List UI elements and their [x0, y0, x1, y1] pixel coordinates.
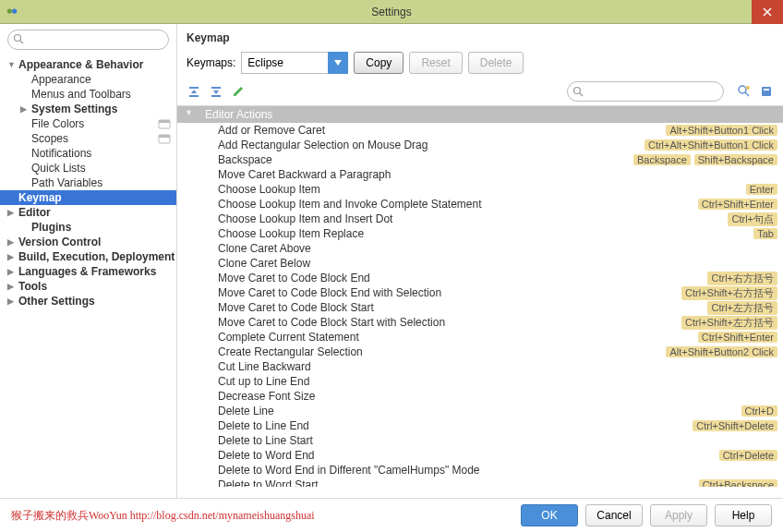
action-list[interactable]: Add or Remove CaretAlt+Shift+Button1 Cli… [177, 123, 783, 487]
sidebar-item-system-settings[interactable]: ▶System Settings [0, 102, 176, 116]
action-row[interactable]: Decrease Font Size [177, 389, 783, 404]
action-name: Choose Lookup Item [218, 183, 746, 196]
svg-rect-7 [159, 135, 170, 138]
chevron-down-icon [334, 60, 342, 66]
sidebar-item-editor[interactable]: ▶Editor [0, 205, 176, 220]
action-row[interactable]: Move Caret to Code Block StartCtrl+左方括号 [177, 300, 783, 315]
action-row[interactable]: Clone Caret Below [177, 256, 783, 271]
shortcut-badge: Backspace [633, 154, 691, 165]
action-row[interactable]: Delete to Word EndCtrl+Delete [177, 448, 783, 463]
action-row[interactable]: Choose Lookup Item and Invoke Complete S… [177, 197, 783, 212]
action-row[interactable]: Delete to Line EndCtrl+Shift+Delete [177, 418, 783, 433]
shortcut-badge: Ctrl+Shift+右方括号 [681, 286, 777, 300]
find-by-shortcut-button[interactable] [737, 84, 752, 99]
titlebar: Settings [0, 0, 783, 24]
sidebar-item-path-variables[interactable]: Path Variables [0, 175, 176, 190]
action-row[interactable]: Clone Caret Above [177, 241, 783, 256]
action-name: Move Caret to Code Block End [218, 272, 707, 284]
keymap-select[interactable] [241, 52, 348, 74]
tree-arrow-icon: ▶ [20, 104, 30, 114]
svg-line-15 [745, 92, 749, 96]
sidebar-search-input[interactable] [7, 30, 169, 50]
action-row[interactable]: Complete Current StatementCtrl+Shift+Ent… [177, 330, 783, 345]
action-row[interactable]: Choose Lookup Item ReplaceTab [177, 226, 783, 241]
keymaps-label: Keymaps: [187, 56, 235, 69]
action-row[interactable]: Cut up to Line End [177, 374, 783, 389]
cancel-button[interactable]: Cancel [585, 504, 643, 526]
sidebar-item-appearance[interactable]: Appearance [0, 72, 176, 87]
sidebar-item-scopes[interactable]: Scopes [0, 131, 176, 146]
sidebar-item-notifications[interactable]: Notifications [0, 146, 176, 161]
sidebar-item-quick-lists[interactable]: Quick Lists [0, 161, 176, 175]
close-button[interactable] [752, 0, 783, 24]
action-row[interactable]: Move Caret to Code Block EndCtrl+右方括号 [177, 271, 783, 285]
delete-button[interactable]: Delete [468, 52, 524, 74]
sidebar-item-file-colors[interactable]: File Colors [0, 116, 176, 131]
panel-title: Keymap [177, 24, 783, 50]
action-row[interactable]: Delete to Word End in Different "CamelHu… [177, 463, 783, 478]
dropdown-button[interactable] [328, 52, 348, 74]
action-row[interactable]: Move Caret Backward a Paragraph [177, 167, 783, 182]
sidebar-item-keymap[interactable]: Keymap [0, 190, 176, 205]
action-row[interactable]: Delete to Word StartCtrl+Backspace [177, 478, 783, 487]
shortcut-badge: Alt+Shift+Button1 Click [666, 125, 777, 136]
shortcut-badge: Alt+Shift+Button2 Click [666, 346, 777, 357]
action-row[interactable]: Delete to Line Start [177, 433, 783, 448]
svg-rect-11 [211, 95, 221, 97]
project-badge-icon [158, 117, 171, 130]
sidebar-item-version-control[interactable]: ▶Version Control [0, 235, 176, 249]
filter-button[interactable] [759, 84, 774, 99]
action-row[interactable]: Cut Line Backward [177, 359, 783, 374]
chevron-down-icon: ▼ [185, 108, 193, 117]
sidebar-item-tools[interactable]: ▶Tools [0, 279, 176, 294]
shortcut-badge: Ctrl+Shift+Enter [698, 332, 777, 343]
sidebar-item-appearance-behavior[interactable]: ▼Appearance & Behavior [0, 57, 176, 72]
action-row[interactable]: Add Rectangular Selection on Mouse DragC… [177, 138, 783, 152]
svg-point-0 [7, 8, 12, 13]
shortcut-badge: Ctrl+Backspace [699, 479, 777, 487]
svg-rect-5 [159, 120, 170, 123]
copy-button[interactable]: Copy [354, 52, 404, 74]
sidebar-item-build-execution-deployment[interactable]: ▶Build, Execution, Deployment [0, 249, 176, 264]
action-name: Clone Caret Above [218, 242, 777, 255]
sidebar-item-menus-and-toolbars[interactable]: Menus and Toolbars [0, 87, 176, 102]
edit-shortcut-button[interactable] [231, 84, 246, 99]
action-search-input[interactable] [567, 81, 724, 102]
action-row[interactable]: Create Rectangular SelectionAlt+Shift+Bu… [177, 345, 783, 359]
shortcut-badge: Ctrl+右方括号 [707, 272, 777, 285]
search-icon [572, 86, 584, 97]
action-name: Choose Lookup Item and Insert Dot [218, 212, 728, 225]
action-row[interactable]: Delete LineCtrl+D [177, 404, 783, 418]
action-row[interactable]: Move Caret to Code Block End with Select… [177, 285, 783, 300]
tree-label: Other Settings [17, 295, 95, 308]
action-row[interactable]: Choose Lookup Item and Insert DotCtrl+句点 [177, 212, 783, 226]
action-group-header[interactable]: ▼ Editor Actions [177, 106, 783, 123]
sidebar-item-languages-frameworks[interactable]: ▶Languages & Frameworks [0, 264, 176, 279]
reset-button[interactable]: Reset [409, 52, 462, 74]
tree-arrow-icon: ▶ [7, 237, 17, 247]
apply-button[interactable]: Apply [650, 504, 707, 526]
action-row[interactable]: Add or Remove CaretAlt+Shift+Button1 Cli… [177, 123, 783, 138]
sidebar-item-plugins[interactable]: Plugins [0, 220, 176, 235]
action-name: Cut Line Backward [218, 360, 777, 373]
svg-point-16 [746, 86, 750, 90]
tree-label: File Colors [30, 117, 84, 130]
help-button[interactable]: Help [715, 504, 772, 526]
expand-all-button[interactable] [187, 84, 201, 99]
action-name: Add Rectangular Selection on Mouse Drag [218, 139, 644, 151]
sidebar-item-other-settings[interactable]: ▶Other Settings [0, 294, 176, 308]
action-name: Choose Lookup Item Replace [218, 227, 753, 240]
svg-line-13 [580, 93, 583, 96]
ok-button[interactable]: OK [521, 504, 578, 526]
action-row[interactable]: Choose Lookup ItemEnter [177, 182, 783, 197]
keymap-select-input[interactable] [241, 52, 328, 74]
settings-tree[interactable]: ▼Appearance & BehaviorAppearanceMenus an… [0, 55, 176, 498]
shortcut-badge: Ctrl+句点 [728, 212, 777, 226]
svg-line-3 [20, 41, 23, 43]
action-row[interactable]: BackspaceBackspaceShift+Backspace [177, 152, 783, 167]
collapse-all-button[interactable] [209, 84, 223, 99]
action-name: Complete Current Statement [218, 331, 698, 344]
tree-label: Path Variables [30, 176, 102, 189]
tree-arrow-icon: ▶ [7, 208, 17, 217]
action-row[interactable]: Move Caret to Code Block Start with Sele… [177, 315, 783, 330]
